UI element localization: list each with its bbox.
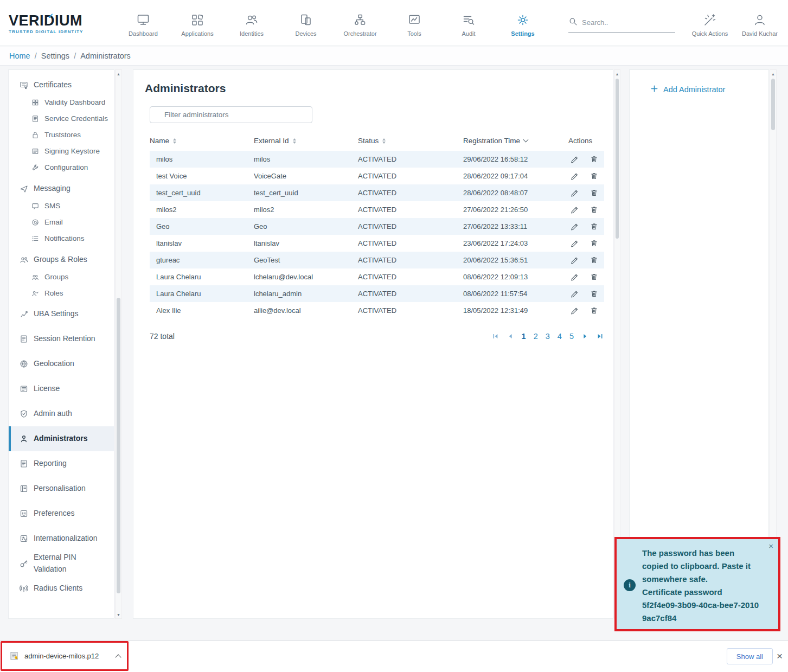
delete-trash-icon[interactable] <box>590 155 598 163</box>
scroll-up-icon[interactable]: ▲ <box>614 70 620 78</box>
sidebar-item-preferences[interactable]: Preferences <box>9 501 114 526</box>
nav-item-identities[interactable]: Identities <box>225 9 279 37</box>
sidebar-item-configuration[interactable]: Configuration <box>9 159 114 176</box>
sidebar-item-reporting[interactable]: Reporting <box>9 451 114 476</box>
sidebar-item-email[interactable]: Email <box>9 214 114 231</box>
table-row-milos: milos milos ACTIVATED 29/06/2022 16:58:1… <box>150 151 604 168</box>
dashboard-icon <box>136 13 150 27</box>
edit-pencil-icon[interactable] <box>571 222 579 231</box>
first-page-icon[interactable] <box>491 332 499 340</box>
edit-pencil-icon[interactable] <box>571 273 579 281</box>
sidebar-item-signing-keystore[interactable]: Signing Keystore <box>9 143 114 159</box>
sidebar-item-groups-roles[interactable]: Groups & Roles <box>9 251 114 269</box>
sidebar-scrollbar[interactable]: ▲ ▼ <box>115 69 122 619</box>
edit-pencil-icon[interactable] <box>571 306 579 315</box>
edit-pencil-icon[interactable] <box>571 290 579 298</box>
sort-desc-icon[interactable] <box>523 137 529 143</box>
sidebar-item-validity-dashboard[interactable]: Validity Dashboard <box>9 94 114 111</box>
last-page-icon[interactable] <box>597 332 604 340</box>
delete-trash-icon[interactable] <box>590 306 598 315</box>
sidebar-item-personalisation[interactable]: Personalisation <box>9 476 114 501</box>
add-administrator-button[interactable]: Add Administrator <box>650 85 768 94</box>
downloaded-file-item[interactable]: admin-device-milos.p12 <box>1 641 129 671</box>
sidebar-item-notifications[interactable]: Notifications <box>9 231 114 247</box>
page-number-5[interactable]: 5 <box>569 332 574 341</box>
search-input[interactable] <box>582 18 663 27</box>
page-number-1[interactable]: 1 <box>522 332 526 341</box>
previous-page-icon[interactable] <box>507 332 514 340</box>
sidebar-item-internationalization[interactable]: Internationalization <box>9 526 114 551</box>
edit-pencil-icon[interactable] <box>571 189 579 197</box>
page-number-3[interactable]: 3 <box>546 332 550 341</box>
detail-scrollbar-thumb[interactable] <box>771 79 775 130</box>
scroll-up-icon[interactable]: ▲ <box>116 70 121 78</box>
cell-registration-time: 23/06/2022 17:24:03 <box>463 239 568 247</box>
delete-trash-icon[interactable] <box>590 189 598 197</box>
delete-trash-icon[interactable] <box>590 239 598 247</box>
sidebar-item-groups[interactable]: Groups <box>9 269 114 285</box>
edit-pencil-icon[interactable] <box>571 155 579 163</box>
close-download-bar-icon[interactable]: × <box>772 648 787 664</box>
sidebar-item-geolocation[interactable]: Geolocation <box>9 351 114 376</box>
main-scrollbar-thumb[interactable] <box>616 79 619 239</box>
filter-administrators-input[interactable] <box>150 106 312 123</box>
page-number-2[interactable]: 2 <box>534 332 538 341</box>
page-number-4[interactable]: 4 <box>558 332 562 341</box>
nav-item-settings[interactable]: Settings <box>496 9 550 37</box>
delete-trash-icon[interactable] <box>590 256 598 264</box>
column-header-external-id[interactable]: External Id <box>254 137 358 145</box>
nav-item-audit[interactable]: Audit <box>441 9 496 37</box>
nav-item-label: Orchestrator <box>343 30 376 37</box>
edit-pencil-icon[interactable] <box>571 239 579 247</box>
sidebar-item-service-credentials[interactable]: Service Credentials <box>9 111 114 127</box>
chevron-up-icon[interactable] <box>115 654 121 660</box>
sidebar-item-messaging[interactable]: Messaging <box>9 180 114 198</box>
sidebar-item-roles[interactable]: Roles <box>9 285 114 302</box>
edit-pencil-icon[interactable] <box>571 206 579 214</box>
breadcrumb-item-home[interactable]: Home <box>9 52 30 60</box>
edit-pencil-icon[interactable] <box>571 172 579 180</box>
nav-item-devices[interactable]: Devices <box>279 9 333 37</box>
edit-pencil-icon[interactable] <box>571 256 579 264</box>
delete-trash-icon[interactable] <box>590 290 598 298</box>
next-page-icon[interactable] <box>581 332 589 340</box>
delete-trash-icon[interactable] <box>590 172 598 180</box>
column-header-registration-time[interactable]: Registration Time <box>463 137 568 145</box>
cell-status: ACTIVATED <box>358 290 463 298</box>
sidebar-item-admin-auth[interactable]: Admin auth <box>9 401 114 426</box>
sidebar-item-radius-clients[interactable]: Radius Clients <box>9 576 114 601</box>
column-header-status[interactable]: Status <box>358 137 463 145</box>
user-menu[interactable]: David Kuchar <box>735 9 785 37</box>
sidebar-item-administrators[interactable]: Administrators <box>9 426 114 451</box>
sidebar-item-license[interactable]: License <box>9 376 114 401</box>
toast-close-icon[interactable]: × <box>768 542 773 550</box>
breadcrumb-item-settings[interactable]: Settings <box>41 52 69 60</box>
scroll-up-icon[interactable]: ▲ <box>770 70 776 78</box>
cell-actions <box>568 155 604 163</box>
sidebar-item-label: Session Retention <box>34 333 95 345</box>
delete-trash-icon[interactable] <box>590 206 598 214</box>
nav-item-dashboard[interactable]: Dashboard <box>116 9 170 37</box>
sidebar-item-session-retention[interactable]: Session Retention <box>9 327 114 351</box>
sidebar-item-truststores[interactable]: Truststores <box>9 127 114 143</box>
veridium-logo[interactable]: VERIDIUM ✓ TRUSTED DIGITAL IDENTITY <box>0 11 103 34</box>
delete-trash-icon[interactable] <box>590 273 598 281</box>
cell-actions <box>568 290 604 298</box>
sort-toggle-icon[interactable] <box>382 138 386 144</box>
sidebar-item-uba-settings[interactable]: UBA Settings <box>9 302 114 327</box>
nav-item-tools[interactable]: Tools <box>387 9 441 37</box>
show-all-downloads-button[interactable]: Show all <box>727 648 773 664</box>
scroll-down-icon[interactable]: ▼ <box>116 611 121 618</box>
column-header-name[interactable]: Name <box>150 137 254 145</box>
sort-toggle-icon[interactable] <box>293 138 296 144</box>
sort-toggle-icon[interactable] <box>173 138 176 144</box>
settings-icon <box>516 13 530 27</box>
sidebar-item-certificates[interactable]: Certificates <box>9 76 114 94</box>
sidebar-item-external-pin-validation[interactable]: External PIN Validation <box>9 551 114 576</box>
nav-item-applications[interactable]: Applications <box>170 9 225 37</box>
quick-actions-button[interactable]: Quick Actions <box>685 9 735 37</box>
sidebar-scrollbar-thumb[interactable] <box>117 298 120 593</box>
sidebar-item-sms[interactable]: SMS <box>9 198 114 214</box>
delete-trash-icon[interactable] <box>590 222 598 231</box>
nav-item-orchestrator[interactable]: Orchestrator <box>333 9 387 37</box>
